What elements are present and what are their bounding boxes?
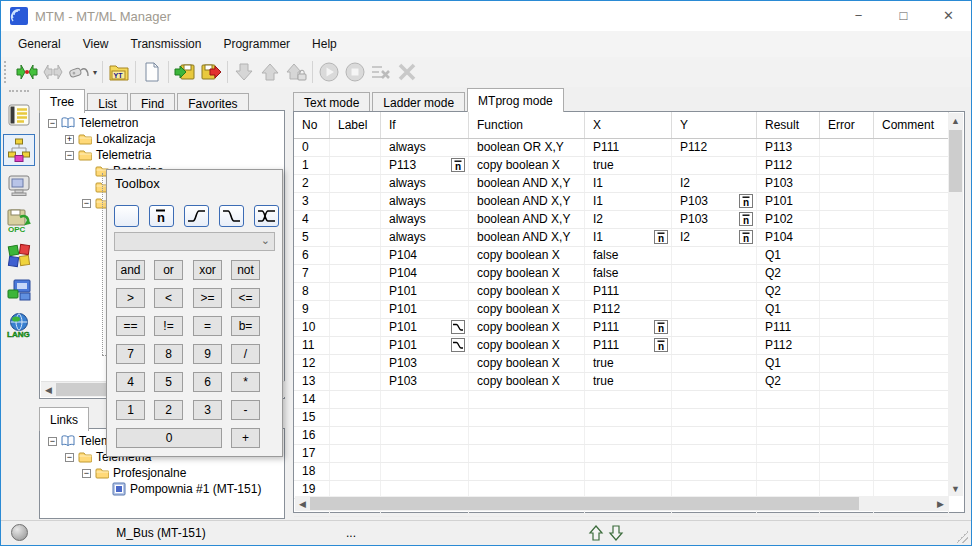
tasks-icon[interactable] [3,99,35,131]
minimize-button[interactable]: − [836,1,881,31]
toolbox-button-6061[interactable]: <= [231,288,260,308]
cell-result[interactable]: P112 [757,157,820,174]
cell-error[interactable] [820,355,874,372]
cell-no[interactable]: 1 [294,157,330,174]
cell-no[interactable]: 10 [294,319,330,336]
menu-item-transmission[interactable]: Transmission [120,33,213,55]
cell-no[interactable]: 9 [294,301,330,318]
cell-x[interactable]: P111n [585,337,672,354]
language-icon[interactable]: LANG [3,309,35,341]
any-edge-toggle[interactable] [254,205,279,227]
cell-function[interactable]: copy boolean X [469,265,585,282]
table-row[interactable]: 7P104copy boolean XfalseQ2 [294,265,949,283]
cell-x[interactable]: I1 [585,193,672,210]
menu-item-view[interactable]: View [72,33,120,55]
project-tree-icon[interactable] [3,134,35,166]
cell-label[interactable] [330,373,381,390]
cell-label[interactable] [330,265,381,282]
cell-comment[interactable] [874,337,949,354]
cell-no[interactable]: 12 [294,355,330,372]
cell-result[interactable] [757,463,820,480]
cell-function[interactable] [469,391,585,408]
toolbox-button-42[interactable]: * [231,372,260,392]
menu-item-help[interactable]: Help [301,33,348,55]
cell-y[interactable]: P103n [672,211,757,228]
column-header-y[interactable]: Y [672,112,757,138]
cell-function[interactable]: copy boolean X [469,157,585,174]
cell-y[interactable] [672,319,757,336]
tree-item-telemetron[interactable]: −Telemetron [44,115,284,131]
column-header-function[interactable]: Function [469,112,585,138]
column-header-if[interactable]: If [381,112,469,138]
toolbox-button-61[interactable]: = [193,316,222,336]
cell-comment[interactable] [874,301,949,318]
table-row[interactable]: 8P101copy boolean XP111Q2 [294,283,949,301]
table-row[interactable]: 16 [294,427,949,445]
sidebar-grip[interactable] [9,90,29,95]
toolbar-grip[interactable] [4,61,10,83]
cell-no[interactable]: 11 [294,337,330,354]
cell-comment[interactable] [874,265,949,282]
cell-error[interactable] [820,445,874,462]
cell-if[interactable]: P101 [381,283,469,300]
cell-y[interactable] [672,301,757,318]
cell-if[interactable]: P104 [381,265,469,282]
table-row[interactable]: 13P103copy boolean XtrueQ2 [294,373,949,391]
cell-x[interactable]: true [585,355,672,372]
cell-x[interactable]: false [585,247,672,264]
toolbox-button-62[interactable]: > [116,288,145,308]
table-row[interactable]: 5alwaysboolean AND X,YI1nI2nP104 [294,229,949,247]
cell-comment[interactable] [874,175,949,192]
column-header-result[interactable]: Result [757,112,820,138]
cell-y[interactable] [672,337,757,354]
cell-error[interactable] [820,211,874,228]
cell-label[interactable] [330,247,381,264]
toolbox-button-2[interactable]: 2 [154,400,183,420]
table-row[interactable]: 4alwaysboolean AND X,YI2P103nP102 [294,211,949,229]
devices-icon[interactable] [3,274,35,306]
cell-x[interactable]: I1 [585,175,672,192]
cell-result[interactable]: P112 [757,337,820,354]
cell-if[interactable]: P104 [381,247,469,264]
toolbox-button-or[interactable]: or [154,260,183,280]
toolbox-button-6[interactable]: 6 [193,372,222,392]
cell-comment[interactable] [874,373,949,390]
cell-label[interactable] [330,301,381,318]
cell-function[interactable]: copy boolean X [469,355,585,372]
toolbox-button-not[interactable]: not [231,260,260,280]
cell-label[interactable] [330,229,381,246]
cell-x[interactable]: I2 [585,211,672,228]
cell-function[interactable] [469,409,585,426]
menu-item-general[interactable]: General [7,33,72,55]
cell-error[interactable] [820,247,874,264]
toolbox-button-3[interactable]: 3 [193,400,222,420]
cell-y[interactable] [672,247,757,264]
cell-label[interactable] [330,175,381,192]
cell-y[interactable] [672,391,757,408]
cell-if[interactable] [381,445,469,462]
toolbox-button-7[interactable]: 7 [116,344,145,364]
tab-tree[interactable]: Tree [39,89,85,113]
cell-comment[interactable] [874,211,949,228]
cell-error[interactable] [820,391,874,408]
cell-y[interactable] [672,427,757,444]
cell-result[interactable]: Q1 [757,355,820,372]
scroll-right-icon[interactable]: ▶ [933,496,948,511]
rising-edge-toggle[interactable] [184,205,209,227]
dropdown-caret-icon[interactable]: ▾ [93,68,97,77]
cell-label[interactable] [330,427,381,444]
column-header-x[interactable]: X [585,112,672,138]
collapse-icon[interactable]: − [65,151,74,160]
cell-comment[interactable] [874,229,949,246]
table-row[interactable]: 9P101copy boolean XP112Q1 [294,301,949,319]
cell-comment[interactable] [874,139,949,156]
save-to-device-icon[interactable] [198,59,224,85]
cell-if[interactable] [381,427,469,444]
toolbox-button-1[interactable]: 1 [116,400,145,420]
cell-error[interactable] [820,337,874,354]
cell-function[interactable]: boolean AND X,Y [469,175,585,192]
tree-item-pompownia-1-mt-151-[interactable]: Pompownia #1 (MT-151) [44,481,284,497]
tree-item-profesjonalne[interactable]: −Profesjonalne [44,465,284,481]
cell-function[interactable]: boolean AND X,Y [469,211,585,228]
cell-error[interactable] [820,319,874,336]
